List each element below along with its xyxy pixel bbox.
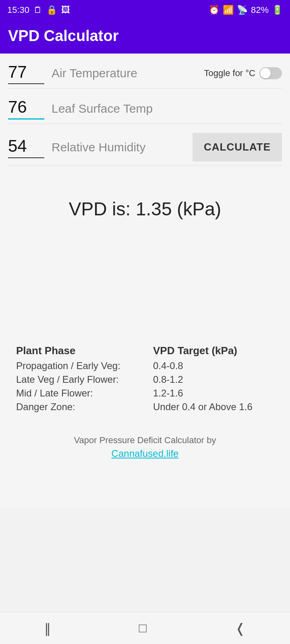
nav-spacer [0,467,290,508]
footer-section: Vapor Pressure Deficit Calculator by Can… [0,423,290,467]
ref-phase-2: Mid / Late Flower: [16,388,153,399]
wifi-icon: 📶 [223,5,234,15]
ref-target-1: 0.8-1.2 [153,374,183,385]
home-icon[interactable]: □ [139,621,147,636]
back-icon[interactable]: ❬ [235,621,246,636]
ref-phase-3: Danger Zone: [16,401,153,413]
alarm-icon: ⏰ [209,5,220,15]
signal-icon: 📡 [237,5,248,15]
lock-icon: 🔒 [46,5,57,15]
leaf-temp-label: Leaf Surface Temp [52,102,282,116]
recents-icon[interactable]: ‖ [44,621,51,636]
ref-row-0: Propagation / Early Veg: 0.4-0.8 [16,360,278,372]
image-icon: 🖼 [61,5,70,15]
leaf-temp-row: Leaf Surface Temp [0,89,290,124]
app-bar: VPD Calculator [0,20,290,54]
reference-table: Plant Phase VPD Target (kPa) Propagation… [16,345,278,413]
reference-section: Plant Phase VPD Target (kPa) Propagation… [0,332,290,423]
battery-icon: 🔋 [272,5,283,15]
ref-row-1: Late Veg / Early Flower: 0.8-1.2 [16,374,278,385]
ref-phase-1: Late Veg / Early Flower: [16,374,153,385]
ref-header-row: Plant Phase VPD Target (kPa) [16,345,278,357]
ref-col2-header: VPD Target (kPa) [153,345,237,357]
ref-row-2: Mid / Late Flower: 1.2-1.6 [16,388,278,399]
status-time: 15:30 [7,5,29,15]
status-bar: 15:30 🗒 🔒 🖼 ⏰ 📶 📡 82% 🔋 [0,0,290,20]
humidity-input[interactable] [8,136,44,158]
air-temp-row: Air Temperature Toggle for °C [0,54,290,88]
ref-target-2: 1.2-1.6 [153,388,183,399]
spacer-area [0,252,290,332]
battery-text: 82% [251,5,269,15]
ref-target-0: 0.4-0.8 [153,360,183,372]
status-left: 15:30 🗒 🔒 🖼 [7,5,70,15]
humidity-row: Relative Humidity CALCULATE [0,124,290,165]
main-content: Air Temperature Toggle for °C Leaf Surfa… [0,54,290,508]
vpd-result-section: VPD is: 1.35 (kPa) [0,166,290,252]
air-temp-label: Air Temperature [52,66,204,80]
calculate-button[interactable]: CALCULATE [193,133,282,161]
clipboard-icon: 🗒 [33,5,42,15]
leaf-temp-input[interactable] [8,97,44,120]
celsius-toggle-switch[interactable] [259,67,282,79]
ref-phase-0: Propagation / Early Veg: [16,360,153,372]
celsius-toggle-label: Toggle for °C [204,68,255,78]
nav-bar: ‖ □ ❬ [0,612,290,644]
air-temp-input[interactable] [8,62,44,84]
ref-target-3: Under 0.4 or Above 1.6 [153,401,253,413]
app-title: VPD Calculator [8,27,282,45]
ref-col1-header: Plant Phase [16,345,153,357]
status-right: ⏰ 📶 📡 82% 🔋 [209,5,283,15]
footer-by-text: Vapor Pressure Deficit Calculator by [8,435,282,446]
humidity-label: Relative Humidity [52,140,193,154]
vpd-result-text: VPD is: 1.35 (kPa) [69,198,221,220]
ref-row-3: Danger Zone: Under 0.4 or Above 1.6 [16,401,278,413]
footer-link[interactable]: Cannafused.life [8,448,282,459]
celsius-toggle-container: Toggle for °C [204,67,282,79]
